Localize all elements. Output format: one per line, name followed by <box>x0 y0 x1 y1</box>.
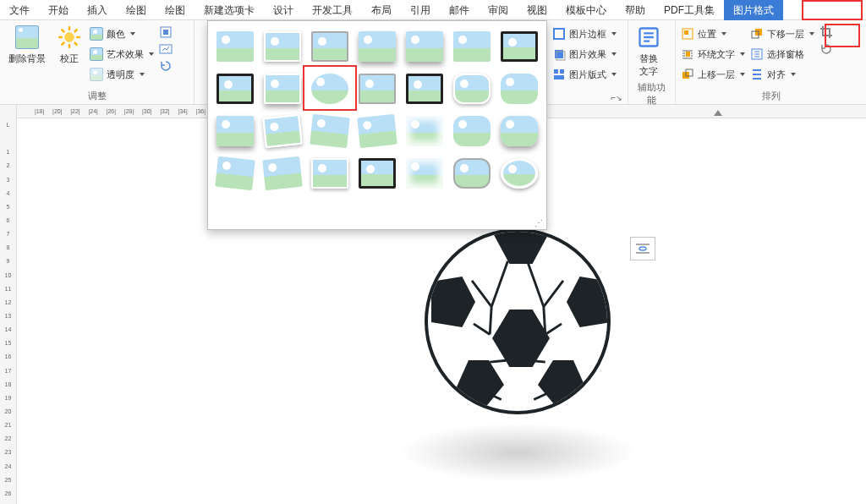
picture-effects-button[interactable]: 图片效果 <box>552 46 617 63</box>
style-reflected-bevel[interactable] <box>404 156 445 190</box>
wrap-icon <box>681 47 694 61</box>
ribbon-group-adjust: 删除背景 校正 颜色 艺术效果 透明度 调整 <box>0 20 195 104</box>
style-white-frame[interactable] <box>262 30 303 63</box>
effects-icon <box>552 47 566 61</box>
menu-ref[interactable]: 引用 <box>401 0 440 20</box>
menu-layout[interactable]: 布局 <box>362 0 401 20</box>
style-bevel-rect[interactable] <box>452 114 492 148</box>
style-simple[interactable] <box>215 30 255 63</box>
chevron-down-icon <box>149 52 154 56</box>
resize-handle-icon[interactable]: ⋰ <box>534 218 543 227</box>
style-bevel-black[interactable] <box>357 156 397 190</box>
svg-rect-19 <box>684 30 688 35</box>
style-metal-round[interactable] <box>452 156 492 190</box>
accessibility-group-label: 辅助功能 <box>633 79 670 107</box>
align-button[interactable]: 对齐 <box>750 66 814 83</box>
style-reflection-round[interactable] <box>404 114 445 148</box>
chevron-down-icon <box>140 73 145 76</box>
style-perspective-right[interactable] <box>310 114 350 148</box>
menu-review[interactable]: 审阅 <box>479 0 518 20</box>
chevron-down-icon <box>611 52 617 56</box>
svg-point-0 <box>64 32 74 42</box>
style-drop-shadow[interactable] <box>357 30 397 63</box>
wrap-label: 环绕文字 <box>698 48 735 61</box>
style-perspective-left[interactable] <box>357 114 397 148</box>
style-bevel-persp[interactable] <box>499 114 540 148</box>
style-center-shadow[interactable] <box>357 72 397 106</box>
picture-layout-button[interactable]: 图片版式 <box>552 66 617 83</box>
picture-styles-gallery: ⋰ <box>207 20 547 230</box>
layout-options-button[interactable] <box>630 237 655 260</box>
menu-pdf[interactable]: PDF工具集 <box>655 0 724 20</box>
menu-newtab[interactable]: 新建选项卡 <box>195 0 264 20</box>
selection-pane-button[interactable]: 选择窗格 <box>750 46 814 63</box>
style-soft-edge-rect[interactable] <box>452 30 492 63</box>
bring-forward-button[interactable]: 上移一层 <box>681 66 745 83</box>
artistic-effects-button[interactable]: 艺术效果 <box>90 46 154 63</box>
reset-picture-icon[interactable] <box>159 59 173 73</box>
alt-text-button[interactable]: 替换 文字 <box>633 24 664 79</box>
artistic-label: 艺术效果 <box>107 48 144 61</box>
svg-rect-15 <box>560 69 564 74</box>
style-grey-frame[interactable] <box>310 30 350 63</box>
vertical-ruler: L123456789101112131415161718192021222324… <box>0 105 17 504</box>
style-soft-persp[interactable] <box>262 156 303 190</box>
compress-icon[interactable] <box>159 25 173 39</box>
menu-draw2[interactable]: 绘图 <box>156 0 195 20</box>
chevron-down-icon <box>740 73 745 76</box>
menu-insert[interactable]: 插入 <box>78 0 117 20</box>
style-reflected[interactable] <box>404 30 445 63</box>
color-label: 颜色 <box>107 28 125 41</box>
style-relaxed-persp[interactable] <box>215 156 255 190</box>
style-moderate[interactable] <box>215 114 255 148</box>
svg-line-7 <box>62 42 65 46</box>
soccer-ball-image[interactable] <box>425 228 611 414</box>
picture-border-button[interactable]: 图片边框 <box>552 25 617 42</box>
menu-template[interactable]: 模板中心 <box>556 0 616 20</box>
style-double-black[interactable] <box>499 30 540 63</box>
remove-background-button[interactable]: 删除背景 <box>5 24 49 88</box>
style-thick-black[interactable] <box>215 72 255 106</box>
transparency-icon <box>90 68 103 81</box>
send-backward-button[interactable]: 下移一层 <box>750 25 814 42</box>
menu-view[interactable]: 视图 <box>518 0 556 20</box>
change-picture-icon[interactable] <box>159 42 173 56</box>
alt-text-label: 替换 文字 <box>639 52 658 78</box>
ball-shadow <box>399 423 636 482</box>
ribbon-group-accessibility: 替换 文字 辅助功能 <box>628 20 676 104</box>
menu-dev[interactable]: 开发工具 <box>303 0 362 20</box>
menu-bar: 文件 开始 插入 绘图 绘图 新建选项卡 设计 开发工具 布局 引用 邮件 审阅… <box>0 0 866 20</box>
position-button[interactable]: 位置 <box>681 25 745 42</box>
indent-marker-icon[interactable] <box>714 110 722 116</box>
menu-help[interactable]: 帮助 <box>616 0 655 20</box>
menu-design[interactable]: 设计 <box>264 0 303 20</box>
style-metal-oval[interactable] <box>499 156 540 190</box>
wrap-text-button[interactable]: 环绕文字 <box>681 46 745 63</box>
style-rotated-white[interactable] <box>262 114 303 148</box>
transparency-label: 透明度 <box>107 68 134 81</box>
effects-label: 图片效果 <box>569 48 606 61</box>
style-bevel-white[interactable] <box>310 156 350 190</box>
menu-mail[interactable]: 邮件 <box>440 0 479 20</box>
crop-icon[interactable] <box>819 25 833 39</box>
artistic-icon <box>90 47 103 61</box>
style-compound-white[interactable] <box>262 72 303 106</box>
menu-home[interactable]: 开始 <box>39 0 78 20</box>
chevron-down-icon <box>611 73 617 76</box>
color-button[interactable]: 颜色 <box>90 25 154 42</box>
style-round-corner-white[interactable] <box>452 72 492 106</box>
color-icon <box>90 27 103 41</box>
style-snip-corner[interactable] <box>499 72 540 106</box>
position-icon <box>681 27 694 41</box>
menu-picture-format[interactable]: 图片格式 <box>724 0 783 20</box>
align-icon <box>750 68 764 81</box>
style-rounded-black[interactable] <box>404 72 445 106</box>
selection-pane-label: 选择窗格 <box>767 48 804 61</box>
menu-draw1[interactable]: 绘图 <box>117 0 156 20</box>
corrections-button[interactable]: 校正 <box>54 24 85 88</box>
menu-file[interactable]: 文件 <box>0 0 39 20</box>
rotate-icon[interactable] <box>819 42 833 56</box>
style-oval-highlighted[interactable] <box>310 72 350 106</box>
send-backward-label: 下移一层 <box>767 28 804 41</box>
transparency-button[interactable]: 透明度 <box>90 66 154 83</box>
